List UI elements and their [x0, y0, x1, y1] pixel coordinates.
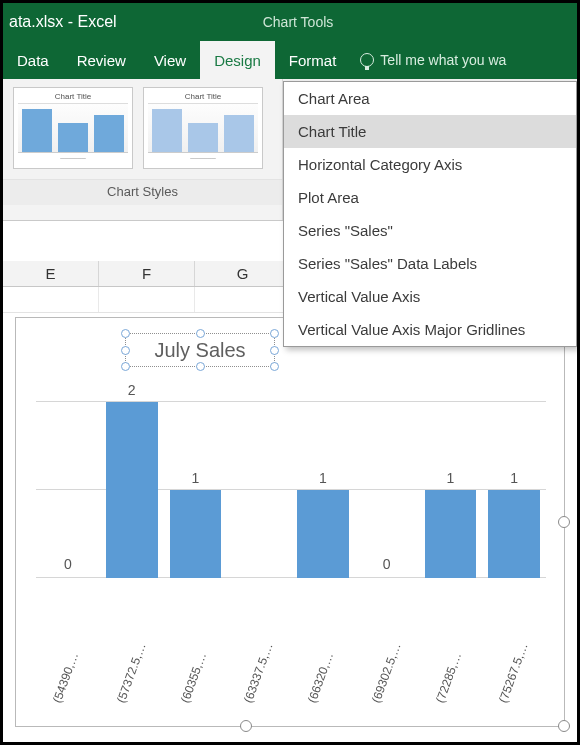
- tab-design[interactable]: Design: [200, 41, 275, 79]
- bar[interactable]: 0: [361, 576, 413, 578]
- data-label: 1: [446, 470, 454, 486]
- plot-area[interactable]: 0211011: [36, 352, 546, 612]
- chart-style-thumb-1[interactable]: Chart Title ──────: [13, 87, 133, 169]
- thumb-title: Chart Title: [55, 92, 91, 101]
- selection-handle[interactable]: [196, 362, 205, 371]
- thumb-title: Chart Title: [185, 92, 221, 101]
- selection-handle[interactable]: [270, 346, 279, 355]
- tab-data[interactable]: Data: [3, 41, 63, 79]
- col-header-e[interactable]: E: [3, 261, 99, 286]
- title-bar: ata.xlsx - Excel Chart Tools: [3, 3, 577, 41]
- selection-handle[interactable]: [270, 362, 279, 371]
- selection-handle[interactable]: [121, 329, 130, 338]
- tab-review[interactable]: Review: [63, 41, 140, 79]
- chart-elements-dropdown[interactable]: Chart Area Chart Title Horizontal Catego…: [283, 81, 577, 347]
- group-label-chart-styles: Chart Styles: [3, 179, 282, 205]
- selection-handle[interactable]: [121, 362, 130, 371]
- style-thumbnails: Chart Title ────── Chart Title ──────: [3, 79, 282, 179]
- tab-format[interactable]: Format: [275, 41, 351, 79]
- menu-item-vertical-axis[interactable]: Vertical Value Axis: [284, 280, 576, 313]
- selection-handle[interactable]: [121, 346, 130, 355]
- data-label: 0: [383, 556, 391, 572]
- menu-item-vertical-gridlines[interactable]: Vertical Value Axis Major Gridlines: [284, 313, 576, 346]
- menu-item-chart-title[interactable]: Chart Title: [284, 115, 576, 148]
- tell-me-box[interactable]: Tell me what you wa: [350, 41, 506, 79]
- col-header-g[interactable]: G: [195, 261, 291, 286]
- bar[interactable]: 1: [297, 490, 349, 578]
- data-label: 0: [64, 556, 72, 572]
- menu-item-series-sales[interactable]: Series "Sales": [284, 214, 576, 247]
- col-header-f[interactable]: F: [99, 261, 195, 286]
- menu-item-chart-area[interactable]: Chart Area: [284, 82, 576, 115]
- bar[interactable]: 1: [170, 490, 222, 578]
- selection-handle[interactable]: [270, 329, 279, 338]
- ribbon-tabs: Data Review View Design Format Tell me w…: [3, 41, 577, 79]
- chart-resize-handle[interactable]: [558, 516, 570, 528]
- selection-handle[interactable]: [196, 329, 205, 338]
- menu-item-horizontal-axis[interactable]: Horizontal Category Axis: [284, 148, 576, 181]
- tab-view[interactable]: View: [140, 41, 200, 79]
- chart-title-text: July Sales: [154, 339, 245, 362]
- embedded-chart[interactable]: 0211011 (54390,…(57372.5,…(60355,…(63337…: [15, 317, 565, 727]
- data-label: 1: [191, 470, 199, 486]
- ribbon-panel: Chart Title ────── Chart Title ────── Ch…: [3, 79, 577, 221]
- tell-me-text: Tell me what you wa: [380, 52, 506, 68]
- menu-item-plot-area[interactable]: Plot Area: [284, 181, 576, 214]
- bar[interactable]: 0: [42, 576, 94, 578]
- thumb-axis: ──────: [190, 155, 216, 161]
- bar[interactable]: 1: [488, 490, 540, 578]
- menu-item-series-sales-labels[interactable]: Series "Sales" Data Labels: [284, 247, 576, 280]
- bar-series: 0211011: [36, 368, 546, 578]
- lightbulb-icon: [360, 53, 374, 67]
- chart-style-thumb-2[interactable]: Chart Title ──────: [143, 87, 263, 169]
- thumb-axis: ──────: [60, 155, 86, 161]
- bar[interactable]: 1: [425, 490, 477, 578]
- data-label: 2: [128, 382, 136, 398]
- chart-styles-group: Chart Title ────── Chart Title ────── Ch…: [3, 79, 283, 220]
- bar[interactable]: [233, 576, 285, 578]
- contextual-tab-label: Chart Tools: [233, 3, 363, 41]
- bar[interactable]: 2: [106, 402, 158, 578]
- file-name: ata.xlsx - Excel: [3, 13, 117, 31]
- data-label: 1: [319, 470, 327, 486]
- chart-title-selected[interactable]: July Sales: [125, 333, 275, 367]
- x-axis-ticks: (54390,…(57372.5,…(60355,…(63337.5,…(663…: [36, 636, 546, 726]
- data-label: 1: [510, 470, 518, 486]
